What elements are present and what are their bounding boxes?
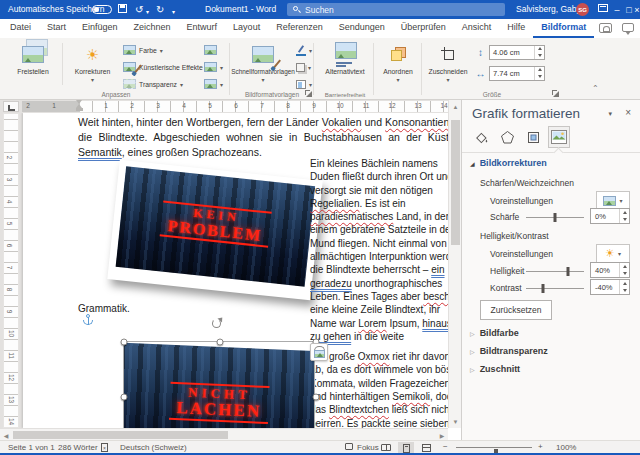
proofing-icon[interactable]: × xyxy=(101,443,108,452)
dialog-launcher-icon[interactable] xyxy=(305,90,312,97)
transparenz-button[interactable]: Transparenz ▾ xyxy=(123,76,183,92)
ribbon-display-options-icon[interactable] xyxy=(598,4,608,12)
farbe-button[interactable]: Farbe ▾ xyxy=(123,42,163,58)
undo-icon[interactable]: ↺ xyxy=(135,4,143,16)
contrast-spinner[interactable] xyxy=(619,280,629,294)
zoom-in-icon[interactable]: + xyxy=(538,442,543,451)
kuenstlerische-effekte-button[interactable]: Künstlerische Effekte ▾ xyxy=(123,59,209,75)
sharpness-slider[interactable] xyxy=(526,217,584,218)
zoom-slider[interactable] xyxy=(456,447,532,448)
language-indicator[interactable]: Deutsch (Schweiz) xyxy=(120,443,187,452)
bildeffekte-button[interactable]: ▾ xyxy=(296,59,311,75)
tab-einfügen[interactable]: Einfügen xyxy=(74,19,126,38)
tab-zeichnen[interactable]: Zeichnen xyxy=(126,19,179,38)
slider-thumb[interactable] xyxy=(566,267,569,276)
focus-icon[interactable] xyxy=(345,443,353,450)
avatar[interactable]: SG xyxy=(576,3,589,16)
collapse-ribbon-icon[interactable]: ⌃ xyxy=(592,84,599,93)
reset-button[interactable]: Zurücksetzen xyxy=(480,300,552,320)
autosave-toggle[interactable] xyxy=(92,5,112,14)
tab-layout-properties[interactable] xyxy=(522,126,544,148)
save-icon[interactable] xyxy=(118,4,127,13)
vertical-scrollbar[interactable]: ▲ ▼ xyxy=(448,100,461,428)
rotate-handle-icon[interactable] xyxy=(212,319,221,328)
section-bildkorrekturen[interactable]: ◢ Bildkorrekturen xyxy=(470,158,547,168)
slider-thumb[interactable] xyxy=(554,213,557,222)
tab-datei[interactable]: Datei xyxy=(2,19,39,38)
zoom-out-icon[interactable]: − xyxy=(443,442,448,451)
anordnen-button[interactable]: Anordnen ▾ xyxy=(376,40,420,83)
vertical-ruler[interactable]: 234567891011121314 xyxy=(3,113,19,428)
indent-markers[interactable] xyxy=(75,100,84,111)
web-layout-button[interactable] xyxy=(418,442,434,453)
comments-icon[interactable] xyxy=(622,23,634,32)
breite-input[interactable]: 7.74 cm xyxy=(489,66,545,81)
brightness-input[interactable]: 40% xyxy=(590,262,630,278)
contrast-input[interactable]: -40% xyxy=(590,279,630,295)
page-indicator[interactable]: Seite 1 von 1 xyxy=(8,443,55,452)
paragraph-baechlein[interactable]: Ein kleines Bächlein namens Duden fließt… xyxy=(310,157,448,343)
horizontal-scroll-thumb[interactable] xyxy=(13,431,228,439)
redo-icon[interactable]: ↻ xyxy=(156,4,164,16)
tab-start[interactable]: Start xyxy=(39,19,74,38)
zoom-level[interactable]: 100% xyxy=(556,443,576,452)
brightness-spinner[interactable] xyxy=(619,263,629,277)
dialog-launcher-icon[interactable] xyxy=(552,90,559,97)
brightness-slider[interactable] xyxy=(526,271,584,272)
tab-hilfe[interactable]: Hilfe xyxy=(499,19,533,38)
tab-bildformat[interactable]: Bildformat xyxy=(533,19,594,38)
section-bildtransparenz[interactable]: ▷ Bildtransparenz xyxy=(470,346,548,356)
tab-entwurf[interactable]: Entwurf xyxy=(179,19,226,38)
tab-effects[interactable] xyxy=(496,126,518,148)
tab-sendungen[interactable]: Sendungen xyxy=(331,19,393,38)
paragraph-intro[interactable]: Weit hinten, hinter den Wortbergen, fern… xyxy=(78,115,448,160)
contrast-slider[interactable] xyxy=(526,288,584,289)
horizontal-scrollbar[interactable]: ◀ ▶ xyxy=(0,428,448,440)
tab-ansicht[interactable]: Ansicht xyxy=(454,19,500,38)
section-bildfarbe[interactable]: ▷ Bildfarbe xyxy=(470,328,519,338)
customize-qat-icon[interactable]: ▾ xyxy=(172,6,175,18)
close-button[interactable]: × xyxy=(634,0,640,19)
page[interactable]: Weit hinten, hinter den Wortbergen, fern… xyxy=(23,113,448,428)
left-indent-marker[interactable] xyxy=(76,108,83,111)
brightness-presets-button[interactable]: ☀ ▾ xyxy=(596,244,630,263)
focus-label[interactable]: Fokus xyxy=(357,443,379,452)
tab-stop-selector[interactable] xyxy=(3,101,19,112)
bild-zuruecksetzen-button[interactable]: ▾ xyxy=(204,76,223,92)
tab-referenzen[interactable]: Referenzen xyxy=(268,19,331,38)
breite-spinner[interactable] xyxy=(534,67,544,80)
korrekturen-button[interactable]: ☀ Korrekturen ▾ xyxy=(65,40,120,83)
schnellformatvorlagen-button[interactable]: Schnellformatvorlagen ▾ xyxy=(230,40,296,83)
freistellen-button[interactable]: Freistellen xyxy=(6,40,60,76)
hoehe-spinner[interactable] xyxy=(534,46,544,59)
bild-komprimieren-button[interactable] xyxy=(204,42,217,58)
text-column[interactable]: Ein kleines Bächlein namens Duden fließt… xyxy=(310,157,448,428)
section-zuschnitt[interactable]: ▷ Zuschnitt xyxy=(470,364,520,374)
read-mode-button[interactable] xyxy=(378,442,394,453)
zuschneiden-button[interactable]: Zuschneiden ▾ xyxy=(425,40,471,83)
sharpness-spinner[interactable] xyxy=(619,209,629,223)
tab-überprüfen[interactable]: Überprüfen xyxy=(393,19,454,38)
tab-layout[interactable]: Layout xyxy=(225,19,268,38)
hoehe-input[interactable]: 4.06 cm xyxy=(489,45,545,60)
search-input[interactable]: Suchen xyxy=(287,3,505,16)
undo-dropdown-icon[interactable]: ▾ xyxy=(146,6,149,18)
pane-dropdown-icon[interactable]: ▾ xyxy=(608,110,612,118)
vertical-scroll-thumb[interactable] xyxy=(451,120,460,245)
layout-options-button[interactable] xyxy=(310,343,328,361)
alternativtext-button[interactable]: Alternativtext xyxy=(318,40,372,76)
tab-fill-line[interactable] xyxy=(470,126,492,148)
word-count[interactable]: 286 Wörter xyxy=(58,443,98,452)
paragraph-oxmox[interactable]: Der große Oxmox riet ihr davon ab, da es… xyxy=(310,350,448,428)
bild-aendern-button[interactable]: ▾ xyxy=(204,59,223,75)
caption-text[interactable]: Grammatik. xyxy=(78,303,130,314)
user-name[interactable]: Salvisberg, Gaby xyxy=(516,4,581,14)
picture-nicht-lachen[interactable]: NICHT LACHEN xyxy=(124,342,314,428)
share-icon[interactable] xyxy=(599,23,612,33)
picture-kein-problem[interactable]: KEIN PROBLEM xyxy=(105,166,327,300)
sharpness-input[interactable]: 0% xyxy=(590,208,630,224)
print-layout-button[interactable] xyxy=(398,442,414,453)
horizontal-ruler[interactable]: 21123456789101112131415 xyxy=(22,101,448,112)
slider-thumb[interactable] xyxy=(542,284,545,293)
bildrahmen-button[interactable]: ▾ xyxy=(296,42,312,58)
